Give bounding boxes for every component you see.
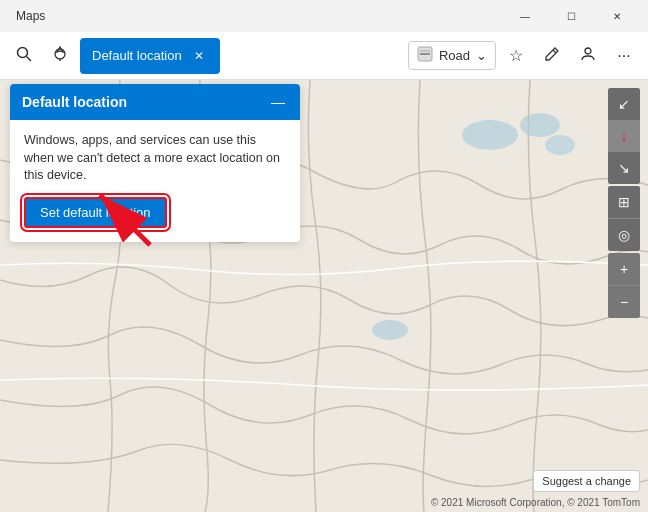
copyright-text: © 2021 Microsoft Corporation, © 2021 Tom… [431, 497, 640, 508]
maximize-button[interactable]: ☐ [548, 0, 594, 32]
zoom-in-button[interactable]: + [608, 253, 640, 285]
compass-left-button[interactable]: ↙ [608, 88, 640, 120]
toolbar: Default location ✕ Road ⌄ ☆ [0, 32, 648, 80]
location-icon [51, 45, 69, 67]
road-view-button[interactable]: Road ⌄ [408, 41, 496, 70]
svg-point-0 [18, 47, 28, 57]
person-icon [580, 46, 596, 66]
compass-center-button[interactable]: ↓ [608, 120, 640, 152]
svg-point-8 [462, 120, 518, 150]
compass-right-button[interactable]: ↘ [608, 152, 640, 184]
default-location-tab[interactable]: Default location ✕ [80, 38, 220, 74]
pen-icon [544, 46, 560, 66]
suggest-change-button[interactable]: Suggest a change [533, 470, 640, 492]
target-location-button[interactable]: ◎ [608, 219, 640, 251]
title-bar: Maps — ☐ ✕ [0, 0, 648, 32]
more-options-button[interactable]: ··· [608, 40, 640, 72]
search-button[interactable] [8, 40, 40, 72]
popup-header: Default location — [10, 84, 300, 120]
grid-icon: ⊞ [618, 194, 630, 210]
popup-description: Windows, apps, and services can use this… [24, 132, 286, 185]
zoom-out-button[interactable]: − [608, 286, 640, 318]
location-button[interactable] [44, 40, 76, 72]
toolbar-right: Road ⌄ ☆ ··· [408, 40, 640, 72]
zoom-controls: + − [608, 253, 640, 318]
close-button[interactable]: ✕ [594, 0, 640, 32]
svg-line-5 [553, 50, 556, 53]
default-location-popup: Default location — Windows, apps, and se… [10, 84, 300, 242]
grid-view-button[interactable]: ⊞ [608, 186, 640, 218]
svg-point-11 [372, 320, 408, 340]
compass-left-icon: ↙ [618, 96, 630, 112]
road-label: Road [439, 48, 470, 63]
more-icon: ··· [617, 47, 630, 65]
popup-body: Windows, apps, and services can use this… [10, 120, 300, 242]
target-icon: ◎ [618, 227, 630, 243]
window-controls: — ☐ ✕ [502, 0, 640, 32]
popup-title: Default location [22, 94, 268, 110]
svg-point-10 [545, 135, 575, 155]
chevron-down-icon: ⌄ [476, 48, 487, 63]
map-controls: ↙ ↓ ↘ ⊞ ◎ + − [608, 88, 640, 318]
svg-line-1 [27, 56, 32, 61]
popup-minimize-button[interactable]: — [268, 92, 288, 112]
favorites-button[interactable]: ☆ [500, 40, 532, 72]
road-map-icon [417, 46, 433, 65]
default-location-tab-label: Default location [92, 48, 182, 63]
compass-group: ↙ ↓ ↘ [608, 88, 640, 184]
tab-close-button[interactable]: ✕ [190, 47, 208, 65]
minimize-button[interactable]: — [502, 0, 548, 32]
star-icon: ☆ [509, 46, 523, 65]
search-icon [15, 45, 33, 67]
account-button[interactable] [572, 40, 604, 72]
app-title: Maps [16, 9, 45, 23]
svg-point-9 [520, 113, 560, 137]
view-controls: ⊞ ◎ [608, 186, 640, 251]
set-default-location-button[interactable]: Set default location [24, 197, 167, 228]
main-area: Default location — Windows, apps, and se… [0, 80, 648, 512]
svg-point-6 [585, 48, 591, 54]
compass-center-icon: ↓ [621, 128, 628, 144]
compass-right-icon: ↘ [618, 160, 630, 176]
pen-button[interactable] [536, 40, 568, 72]
map[interactable]: Default location — Windows, apps, and se… [0, 80, 648, 512]
